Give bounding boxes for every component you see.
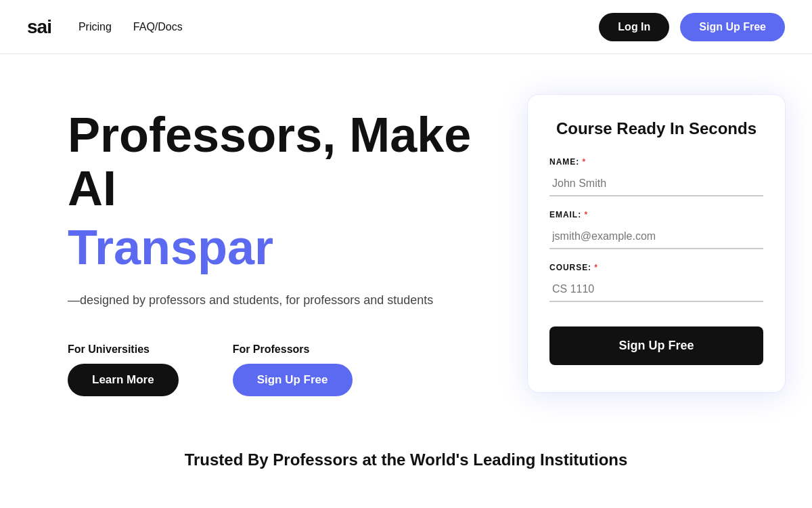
course-label: COURSE: * [549,263,763,272]
name-label: NAME: * [549,157,763,167]
hero-title-line1: Professors, Make AI [68,108,487,215]
login-button[interactable]: Log In [599,13,669,41]
email-label: EMAIL: * [549,210,763,219]
nav-links: Pricing FAQ/Docs [78,21,599,33]
course-required-star: * [594,263,598,272]
hero-section: Professors, Make AI Transpar —designed b… [68,95,487,396]
email-input[interactable] [549,225,763,249]
navbar: sai Pricing FAQ/Docs Log In Sign Up Free [0,0,812,54]
hero-title-line2: Transpar [68,221,487,274]
cta-professors-label: For Professors [233,343,310,356]
signup-form-card: Course Ready In Seconds NAME: * EMAIL: *… [528,95,785,392]
form-signup-button[interactable]: Sign Up Free [549,326,763,365]
hero-subtitle: —designed by professors and students, fo… [68,291,487,310]
email-required-star: * [584,210,588,219]
logo: sai [27,16,51,38]
cta-universities: For Universities Learn More [68,343,179,396]
nav-actions: Log In Sign Up Free [599,13,785,41]
nav-link-faqdocs[interactable]: FAQ/Docs [133,21,183,33]
nav-link-pricing[interactable]: Pricing [78,21,112,33]
cta-universities-label: For Universities [68,343,150,356]
name-field-group: NAME: * [549,157,763,196]
trusted-section: Trusted By Professors at the World's Lea… [0,437,812,496]
course-input[interactable] [549,278,763,302]
name-required-star: * [582,157,586,167]
form-title: Course Ready In Seconds [549,119,763,138]
name-input[interactable] [549,172,763,196]
course-field-group: COURSE: * [549,263,763,302]
cta-group: For Universities Learn More For Professo… [68,343,487,396]
cta-professors: For Professors Sign Up Free [233,343,353,396]
trusted-title: Trusted By Professors at the World's Lea… [27,450,785,469]
learn-more-button[interactable]: Learn More [68,364,179,396]
email-field-group: EMAIL: * [549,210,763,249]
hero-signup-button[interactable]: Sign Up Free [233,364,353,396]
nav-signup-button[interactable]: Sign Up Free [680,13,785,41]
main-content: Professors, Make AI Transpar —designed b… [0,54,812,437]
